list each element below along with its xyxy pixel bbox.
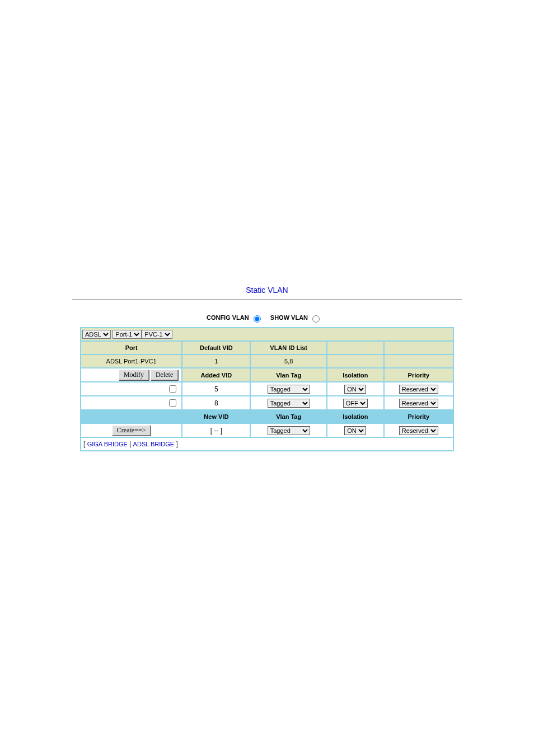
vlan-config-table: ADSL Port-1PVC-1 Port Default VID VLAN I… xyxy=(80,327,454,451)
delete-button[interactable]: Delete xyxy=(151,370,178,380)
header-vlan-tag: Vlan Tag xyxy=(251,368,326,381)
bridge-links-row: [ GIGA BRIDGE | ADSL BRIDGE ] xyxy=(81,438,453,450)
priority-select[interactable]: Reserved xyxy=(399,385,438,394)
giga-bridge-link[interactable]: GIGA BRIDGE xyxy=(87,441,128,447)
header-default-vid: Default VID xyxy=(182,342,250,354)
divider xyxy=(72,299,462,300)
adsl-bridge-link[interactable]: ADSL BRIDGE xyxy=(133,441,175,447)
port-name: ADSL Port1-PVC1 xyxy=(81,355,181,367)
row-checkbox[interactable] xyxy=(169,399,176,407)
create-button[interactable]: Create==> xyxy=(112,425,151,436)
vid-value: 5 xyxy=(182,382,250,395)
port-select[interactable]: Port-1 xyxy=(113,330,142,339)
new-isolation-select[interactable]: ON xyxy=(344,426,366,435)
config-vlan-label: CONFIG VLAN xyxy=(207,314,249,321)
header-new-vid: New VID xyxy=(182,410,250,423)
header-empty2 xyxy=(385,342,453,354)
header-empty1 xyxy=(327,342,383,354)
header-priority: Priority xyxy=(385,368,453,381)
type-select[interactable]: ADSL xyxy=(82,330,111,339)
header-vlan-tag-new: Vlan Tag xyxy=(251,410,326,423)
pvc-select[interactable]: PVC-1 xyxy=(142,330,172,339)
port-vlan-list: 5,8 xyxy=(251,355,326,367)
config-vlan-radio[interactable] xyxy=(254,315,261,323)
vid-value: 8 xyxy=(182,396,250,409)
show-vlan-radio[interactable] xyxy=(312,315,320,323)
new-priority-select[interactable]: Reserved xyxy=(399,426,438,435)
row-checkbox[interactable] xyxy=(169,385,176,393)
vlan-tag-select[interactable]: Tagged xyxy=(268,385,310,394)
mode-radio-row: CONFIG VLAN SHOW VLAN xyxy=(0,314,534,323)
new-vlan-tag-select[interactable]: Tagged xyxy=(268,426,310,435)
priority-select[interactable]: Reserved xyxy=(399,399,438,408)
header-vlan-id-list: VLAN ID List xyxy=(251,342,326,354)
empty-cell xyxy=(327,355,383,367)
header-isolation-new: Isolation xyxy=(327,410,383,423)
page-title: Static VLAN xyxy=(0,286,534,295)
header-port: Port xyxy=(81,342,181,354)
port-default-vid: 1 xyxy=(182,355,250,367)
vlan-tag-select[interactable]: Tagged xyxy=(268,399,310,408)
empty-cell xyxy=(81,410,181,423)
isolation-select[interactable]: ON xyxy=(344,385,366,394)
empty-cell xyxy=(385,355,453,367)
header-added-vid: Added VID xyxy=(182,368,250,381)
isolation-select[interactable]: OFF xyxy=(343,399,368,408)
table-row: 5 Tagged ON Reserved xyxy=(81,382,453,395)
show-vlan-label: SHOW VLAN xyxy=(270,314,308,321)
header-isolation: Isolation xyxy=(327,368,383,381)
table-row: 8 Tagged OFF Reserved xyxy=(81,396,453,409)
new-vid-value: [ -- ] xyxy=(182,424,250,437)
modify-button[interactable]: Modify xyxy=(119,370,149,380)
header-priority-new: Priority xyxy=(385,410,453,423)
